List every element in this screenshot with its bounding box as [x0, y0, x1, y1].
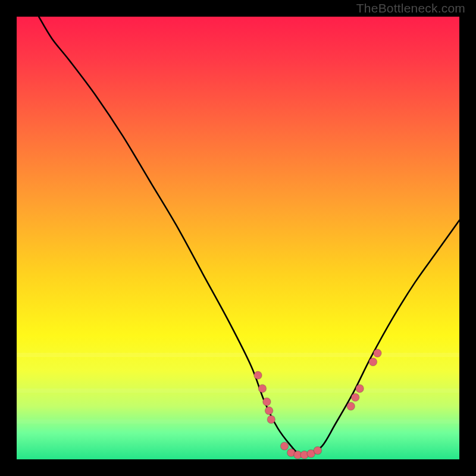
bottleneck-curve [39, 17, 459, 456]
highlight-dot [351, 393, 359, 401]
highlight-dot [369, 358, 377, 366]
highlight-dot [374, 349, 381, 357]
watermark-text: TheBottleneck.com [356, 1, 465, 15]
curve-svg [17, 17, 459, 459]
highlight-dot [254, 371, 262, 379]
plot-area [17, 17, 459, 459]
highlight-dots [254, 349, 381, 459]
highlight-dot [356, 384, 364, 392]
chart-container: TheBottleneck.com [0, 0, 476, 476]
highlight-dot [265, 406, 273, 414]
highlight-dot [280, 442, 288, 450]
highlight-dot [347, 402, 355, 410]
highlight-dot [267, 415, 275, 423]
highlight-dot [314, 446, 321, 454]
highlight-dot [258, 384, 266, 392]
highlight-dot [263, 398, 271, 406]
